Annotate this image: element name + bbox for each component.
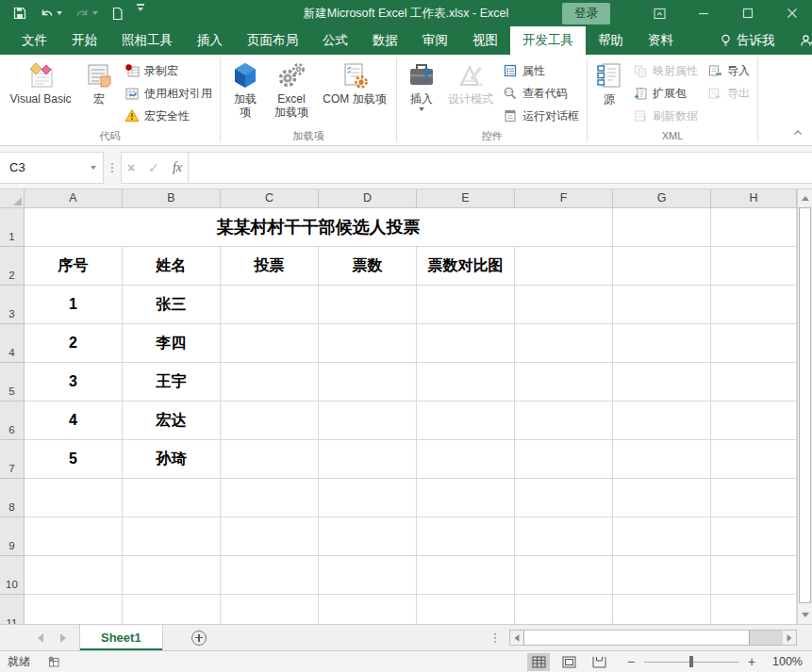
cell-C7[interactable]	[221, 440, 319, 479]
insert-function-button[interactable]: fx	[173, 160, 182, 175]
cell-C11[interactable]	[221, 595, 319, 624]
cell-A10[interactable]	[25, 556, 123, 595]
ribbon-display-options-icon[interactable]	[643, 0, 675, 26]
zoom-slider[interactable]	[644, 656, 738, 667]
touch-mode-icon[interactable]	[111, 4, 124, 23]
row-header-7[interactable]: 7	[0, 440, 25, 479]
col-header-C[interactable]: C	[221, 189, 319, 208]
xml-source-button[interactable]: 源	[590, 56, 628, 106]
close-button[interactable]	[776, 0, 808, 26]
tab-home[interactable]: 开始	[59, 26, 109, 55]
row-header-9[interactable]: 9	[0, 517, 25, 556]
row-header-5[interactable]: 5	[0, 363, 25, 402]
cell-A11[interactable]	[25, 595, 123, 624]
cell-C4[interactable]	[221, 324, 319, 363]
cell-F5[interactable]	[515, 363, 613, 402]
cell-D9[interactable]	[319, 517, 417, 556]
addins-button[interactable]: 加载项	[224, 56, 267, 119]
cell-F11[interactable]	[515, 595, 613, 624]
zoom-slider-thumb[interactable]	[689, 656, 693, 667]
prev-sheet-icon[interactable]	[38, 633, 43, 643]
cell-A2[interactable]: 序号	[25, 247, 123, 286]
cell-C8[interactable]	[221, 479, 319, 517]
col-header-G[interactable]: G	[613, 189, 711, 208]
com-addins-button[interactable]: COM 加载项	[316, 56, 393, 106]
cell-G6[interactable]	[613, 402, 711, 440]
cell-H10[interactable]	[711, 556, 797, 595]
cell-A6[interactable]: 4	[25, 402, 123, 440]
cell-C10[interactable]	[221, 556, 319, 595]
zoom-level[interactable]: 100%	[765, 655, 803, 668]
cell-E10[interactable]	[417, 556, 515, 595]
save-icon[interactable]	[13, 4, 26, 23]
horizontal-scroll-thumb[interactable]	[523, 631, 750, 645]
cell-G10[interactable]	[613, 556, 711, 595]
cell-D4[interactable]	[319, 324, 417, 363]
excel-addins-button[interactable]: Excel 加载项	[267, 56, 316, 119]
row-header-3[interactable]: 3	[0, 286, 25, 324]
cell-H9[interactable]	[711, 517, 797, 556]
cell-B2[interactable]: 姓名	[123, 247, 221, 286]
cell-F7[interactable]	[515, 440, 613, 479]
insert-controls-button[interactable]: 插入	[400, 56, 443, 111]
cell-H3[interactable]	[711, 286, 797, 324]
cell-D2[interactable]: 票数	[319, 247, 417, 286]
tab-developer[interactable]: 开发工具	[510, 26, 586, 55]
cell-E3[interactable]	[417, 286, 515, 324]
name-box-caret-icon[interactable]	[84, 166, 103, 170]
cell-G2[interactable]	[613, 247, 711, 286]
macro-record-icon[interactable]	[47, 655, 60, 668]
undo-button[interactable]	[40, 4, 62, 23]
cell-F9[interactable]	[515, 517, 613, 556]
scroll-down-icon[interactable]	[798, 607, 812, 623]
expansion-packs-button[interactable]: 扩展包	[628, 82, 703, 105]
formula-bar-splitter[interactable]	[104, 163, 121, 172]
cell-C6[interactable]	[221, 402, 319, 440]
cell-D3[interactable]	[319, 286, 417, 324]
tab-tell-me[interactable]: 告诉我	[708, 26, 787, 55]
row-header-1[interactable]: 1	[0, 208, 25, 247]
cell-E11[interactable]	[417, 595, 515, 624]
tab-review[interactable]: 审阅	[410, 26, 460, 55]
cell-A5[interactable]: 3	[25, 363, 123, 402]
cell-F2[interactable]	[515, 247, 613, 286]
cell-D8[interactable]	[319, 479, 417, 517]
enter-entry-button[interactable]: ✓	[148, 160, 159, 175]
cell-B8[interactable]	[123, 479, 221, 517]
cell-E8[interactable]	[417, 479, 515, 517]
tab-file[interactable]: 文件	[9, 26, 59, 55]
visual-basic-button[interactable]: Visual Basic	[3, 56, 78, 106]
tab-page-layout[interactable]: 页面布局	[235, 26, 310, 55]
tab-info[interactable]: 资料	[636, 26, 686, 55]
record-macro-button[interactable]: 录制宏	[120, 59, 217, 82]
cell-G7[interactable]	[613, 440, 711, 479]
cell-F6[interactable]	[515, 402, 613, 440]
row-header-8[interactable]: 8	[0, 479, 25, 517]
row-header-2[interactable]: 2	[0, 247, 25, 286]
cell-C2[interactable]: 投票	[221, 247, 319, 286]
cell-E2[interactable]: 票数对比图	[417, 247, 515, 286]
scroll-left-icon[interactable]	[510, 631, 523, 645]
cell-A4[interactable]: 2	[25, 324, 123, 363]
minimize-button[interactable]	[688, 0, 720, 26]
cell-E6[interactable]	[417, 402, 515, 440]
cell-G5[interactable]	[613, 363, 711, 402]
cell-D11[interactable]	[319, 595, 417, 624]
share-button[interactable]: 共享	[787, 26, 812, 55]
zoom-out-button[interactable]: −	[625, 654, 637, 669]
page-break-preview-button[interactable]	[588, 653, 610, 671]
tab-data[interactable]: 数据	[360, 26, 410, 55]
cell-A8[interactable]	[25, 479, 123, 517]
add-sheet-button[interactable]	[191, 631, 207, 646]
cell-G1[interactable]	[613, 208, 711, 247]
cell-E5[interactable]	[417, 363, 515, 402]
cell-H6[interactable]	[711, 402, 797, 440]
scroll-up-icon[interactable]	[798, 190, 812, 206]
macro-security-button[interactable]: 宏安全性	[120, 105, 217, 127]
cell-H1[interactable]	[711, 208, 797, 247]
row-header-11[interactable]: 11	[0, 595, 25, 624]
tab-formulas[interactable]: 公式	[310, 26, 360, 55]
tabbar-splitter[interactable]	[487, 633, 504, 643]
cell-G9[interactable]	[613, 517, 711, 556]
cell-B6[interactable]: 宏达	[123, 402, 221, 440]
